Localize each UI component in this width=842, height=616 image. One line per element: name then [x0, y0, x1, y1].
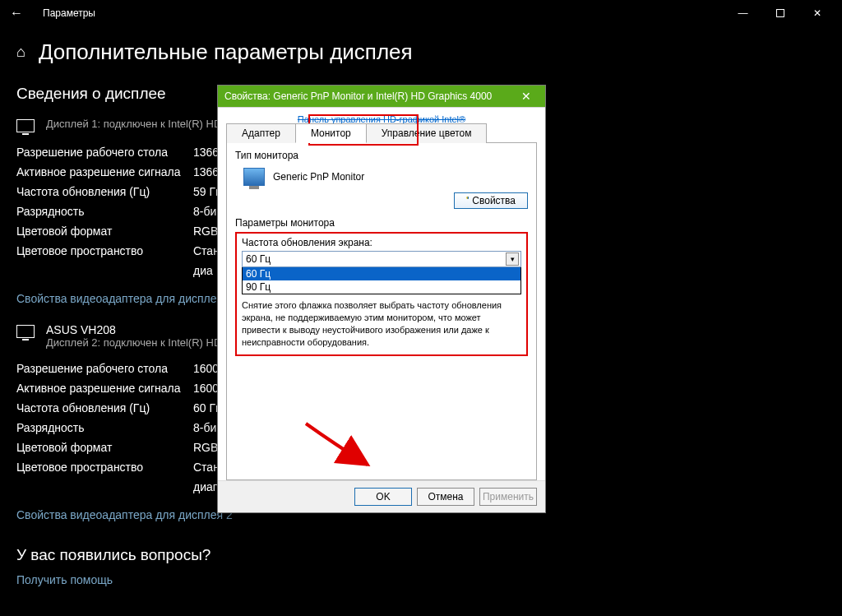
annotation-highlight: Частота обновления экрана: 60 Гц ▾ 60 Гц… — [235, 232, 528, 356]
dropdown-option[interactable]: 90 Гц — [243, 280, 520, 294]
info-value: 1600 — [193, 382, 219, 395]
info-value: 8-би — [193, 205, 216, 218]
info-value: 1366 — [193, 165, 219, 178]
adapter-props-link-2[interactable]: Свойства видеоадаптера для дисплея 2 — [16, 508, 233, 521]
window-controls: — ✕ — [724, 0, 835, 26]
page-title: Дополнительные параметры дисплея — [39, 39, 413, 65]
info-label: Частота обновления (Гц) — [16, 401, 193, 415]
refresh-rate-dropdown: 60 Гц 90 Гц — [242, 267, 521, 294]
info-value: RGB — [193, 441, 218, 454]
info-label: Цветовой формат — [16, 441, 193, 454]
monitor-icon — [16, 119, 35, 132]
monitor-type-label: Тип монитора — [235, 150, 528, 161]
refresh-rate-note: Снятие этого флажка позволяет выбрать ча… — [242, 299, 521, 348]
info-label: Разрядность — [16, 421, 193, 434]
dialog-tabs: Адаптер Монитор Управление цветом — [226, 123, 537, 143]
info-label: Разрешение рабочего стола — [16, 146, 193, 159]
apply-button[interactable]: Применить — [479, 488, 537, 506]
monitor-properties-dialog: Свойства: Generic PnP Monitor и Intel(R)… — [217, 85, 546, 513]
info-label: Цветовой формат — [16, 225, 193, 238]
adapter-props-link-1[interactable]: Свойства видеоадаптера для дисплея — [16, 292, 223, 305]
monitor-props-button[interactable]: Свойства — [454, 192, 528, 209]
window-title: Параметры — [43, 7, 95, 19]
info-value: Стан — [193, 244, 220, 257]
info-label: Разрешение рабочего стола — [16, 362, 193, 375]
help-link[interactable]: Получить помощь — [16, 573, 113, 586]
info-value: Стан — [193, 461, 220, 474]
display1-sub: Дисплей 1: подключен к Intel(R) HD Gr — [46, 118, 236, 130]
info-label: Разрядность — [16, 205, 193, 218]
dropdown-option[interactable]: 60 Гц — [243, 267, 520, 280]
maximize-button[interactable] — [761, 0, 798, 26]
refresh-rate-label: Частота обновления экрана: — [242, 237, 521, 248]
refresh-rate-combo[interactable]: 60 Гц ▾ — [242, 251, 521, 267]
info-label: Активное разрешение сигнала — [16, 382, 193, 395]
cancel-button[interactable]: Отмена — [417, 488, 474, 506]
tab-adapter[interactable]: Адаптер — [226, 123, 296, 143]
help-question: У вас появились вопросы? — [16, 546, 826, 564]
shield-icon — [466, 197, 469, 206]
back-button[interactable]: ← — [7, 6, 26, 21]
home-icon[interactable]: ⌂ — [16, 44, 25, 61]
minimize-button[interactable]: — — [724, 0, 761, 26]
monitor-name: Generic PnP Monitor — [273, 171, 364, 183]
info-label: Цветовое пространство — [16, 461, 193, 474]
info-value: 1366 — [193, 146, 219, 159]
info-value: RGB — [193, 225, 218, 238]
button-label: Свойства — [472, 195, 516, 206]
tab-color[interactable]: Управление цветом — [366, 123, 488, 143]
dialog-title: Свойства: Generic PnP Monitor и Intel(R)… — [224, 90, 492, 102]
monitor-icon — [243, 168, 265, 186]
monitor-icon — [16, 325, 35, 338]
chevron-down-icon: ▾ — [506, 252, 519, 266]
info-label: Частота обновления (Гц) — [16, 185, 193, 198]
info-label: Активное разрешение сигнала — [16, 165, 193, 178]
combo-value: 60 Гц — [246, 253, 271, 265]
display2-sub: Дисплей 2: подключен к Intel(R) HD Gr — [46, 336, 236, 349]
dialog-close-button[interactable]: ✕ — [514, 90, 539, 103]
ok-button[interactable]: OK — [354, 488, 412, 506]
info-value: диа — [193, 264, 213, 277]
tab-monitor[interactable]: Монитор — [295, 123, 367, 143]
info-value: 8-би — [193, 421, 216, 434]
close-button[interactable]: ✕ — [798, 0, 835, 26]
info-value: 1600 — [193, 362, 219, 375]
info-label: Цветовое пространство — [16, 244, 193, 257]
titlebar: ← Параметры — ✕ — [0, 0, 842, 26]
monitor-params-label: Параметры монитора — [235, 217, 528, 229]
display2-name: ASUS VH208 — [46, 323, 236, 336]
dialog-titlebar: Свойства: Generic PnP Monitor и Intel(R)… — [218, 86, 545, 107]
